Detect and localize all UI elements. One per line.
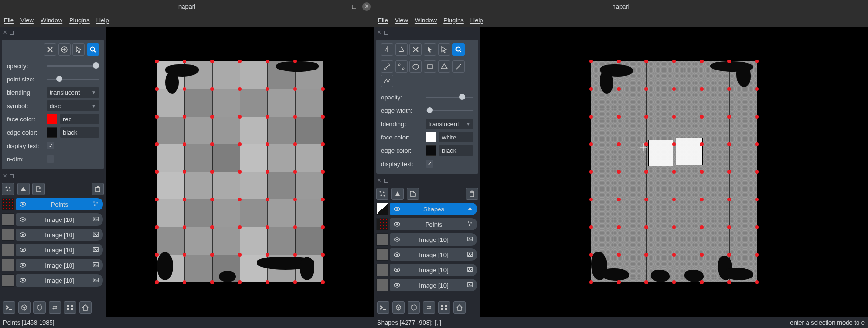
point-marker[interactable] (755, 60, 759, 63)
point-marker[interactable] (238, 115, 242, 119)
point-marker[interactable] (700, 87, 704, 91)
point-marker[interactable] (155, 280, 159, 284)
visibility-toggle[interactable] (393, 205, 401, 213)
point-marker[interactable] (727, 142, 731, 146)
layer-row[interactable]: Image [10] (2, 243, 103, 257)
point-marker[interactable] (155, 60, 159, 63)
new-points-layer-button[interactable] (376, 188, 388, 200)
canvas[interactable] (480, 27, 868, 317)
delete-shape-button[interactable] (409, 43, 422, 56)
layer-row[interactable]: Image [10] (376, 232, 477, 247)
polygon-button[interactable] (438, 60, 450, 73)
point-marker[interactable] (755, 225, 759, 229)
symbol-select[interactable]: disc▼ (47, 100, 99, 111)
point-marker[interactable] (321, 115, 325, 119)
point-marker[interactable] (238, 253, 242, 257)
menu-help[interactable]: Help (96, 17, 109, 24)
pan-zoom-button[interactable] (452, 43, 465, 56)
move-front-button[interactable] (381, 43, 393, 56)
point-marker[interactable] (700, 280, 704, 284)
point-marker[interactable] (183, 170, 186, 174)
pointsize-slider[interactable] (47, 75, 99, 83)
point-marker[interactable] (266, 142, 269, 146)
point-marker[interactable] (672, 170, 676, 174)
transpose-button[interactable] (49, 301, 61, 314)
point-marker[interactable] (293, 170, 297, 174)
visibility-toggle[interactable] (19, 216, 27, 223)
layer-row[interactable]: Image [10] (376, 248, 477, 262)
blending-select[interactable]: translucent▼ (426, 119, 473, 129)
point-marker[interactable] (755, 170, 759, 174)
blending-select[interactable]: translucent▼ (47, 87, 99, 98)
add-points-button[interactable] (58, 43, 71, 56)
point-marker[interactable] (672, 198, 676, 201)
point-marker[interactable] (183, 253, 186, 257)
point-marker[interactable] (617, 198, 621, 201)
point-marker[interactable] (672, 87, 676, 91)
point-marker[interactable] (293, 225, 297, 229)
point-marker[interactable] (210, 170, 214, 174)
menu-view[interactable]: View (395, 17, 408, 24)
visibility-toggle[interactable] (393, 266, 401, 274)
layer-row[interactable]: Shapes (376, 202, 477, 216)
point-marker[interactable] (266, 87, 269, 91)
point-marker[interactable] (210, 60, 214, 63)
point-marker[interactable] (700, 198, 704, 201)
point-marker[interactable] (700, 170, 704, 174)
dock-float-icon[interactable] (384, 31, 388, 35)
ndisplay-button[interactable] (18, 301, 31, 314)
path-button[interactable] (381, 75, 393, 87)
delete-layer-button[interactable] (92, 183, 104, 195)
facecolor-input[interactable]: red (60, 114, 99, 124)
point-marker[interactable] (589, 60, 593, 63)
point-marker[interactable] (727, 60, 731, 63)
point-marker[interactable] (727, 198, 731, 201)
layer-name[interactable]: Points (30, 201, 90, 208)
visibility-toggle[interactable] (19, 200, 27, 208)
point-marker[interactable] (210, 280, 214, 284)
displaytext-checkbox[interactable]: ✓ (47, 142, 54, 149)
point-marker[interactable] (155, 87, 159, 91)
point-marker[interactable] (700, 225, 704, 229)
dock-close-icon[interactable]: ✕ (3, 30, 7, 36)
home-button[interactable] (453, 301, 466, 314)
visibility-toggle[interactable] (393, 281, 401, 289)
edgecolor-swatch[interactable] (426, 145, 436, 156)
point-marker[interactable] (672, 225, 676, 229)
point-marker[interactable] (617, 225, 621, 229)
point-marker[interactable] (700, 253, 704, 257)
point-marker[interactable] (321, 170, 325, 174)
visibility-toggle[interactable] (393, 220, 401, 228)
menu-window[interactable]: Window (415, 17, 437, 24)
layer-name[interactable]: Image [10] (404, 282, 464, 289)
new-shapes-layer-button[interactable] (391, 188, 404, 200)
point-marker[interactable] (183, 87, 186, 91)
edgecolor-swatch[interactable] (47, 127, 57, 138)
point-marker[interactable] (293, 280, 297, 284)
point-marker[interactable] (700, 142, 704, 146)
layer-row[interactable]: Points (2, 197, 103, 211)
layer-name[interactable]: Points (404, 221, 464, 228)
point-marker[interactable] (266, 60, 269, 63)
point-marker[interactable] (644, 60, 648, 63)
roll-dims-button[interactable] (33, 301, 46, 314)
dock-float-icon[interactable] (10, 31, 14, 35)
grid-button[interactable] (438, 301, 450, 314)
point-marker[interactable] (155, 198, 159, 201)
visibility-toggle[interactable] (19, 246, 27, 254)
point-marker[interactable] (589, 253, 593, 257)
layer-row[interactable]: Image [10] (2, 212, 103, 227)
point-marker[interactable] (755, 87, 759, 91)
point-marker[interactable] (183, 280, 186, 284)
menu-view[interactable]: View (20, 17, 34, 24)
point-marker[interactable] (321, 198, 325, 201)
point-marker[interactable] (155, 225, 159, 229)
grid-button[interactable] (64, 301, 76, 314)
menu-file[interactable]: File (4, 17, 14, 24)
point-marker[interactable] (238, 170, 242, 174)
console-button[interactable] (3, 301, 15, 314)
point-marker[interactable] (266, 280, 269, 284)
minimize-button[interactable]: – (337, 2, 346, 11)
point-marker[interactable] (155, 115, 159, 119)
point-marker[interactable] (672, 280, 676, 284)
